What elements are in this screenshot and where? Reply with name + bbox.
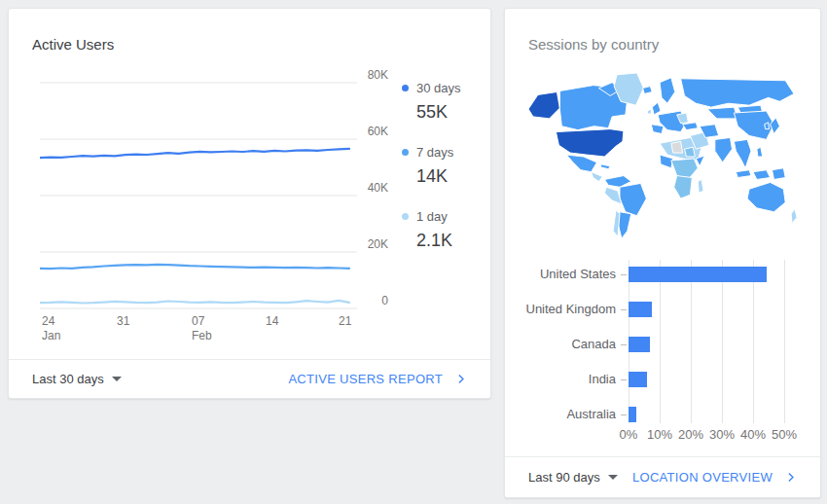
map-country-spain: [651, 125, 664, 134]
legend-series-name: 7 days: [416, 145, 453, 160]
active-users-card: Active Users 80K 60K 40K 20K 0 24Jan 31 …: [8, 8, 491, 399]
legend-series-name: 1 day: [416, 209, 448, 224]
legend-series-value: 14K: [416, 166, 461, 187]
bar-label-united-kingdom: United Kingdom: [507, 302, 616, 317]
map-country-indonesia: [736, 170, 751, 178]
bar-canada[interactable]: [629, 337, 650, 352]
location-overview-link[interactable]: LOCATION OVERVIEW: [632, 470, 797, 485]
sessions-card-footer: Last 90 days LOCATION OVERVIEW: [505, 456, 820, 497]
analytics-dashboard: Active Users 80K 60K 40K 20K 0 24Jan 31 …: [0, 0, 827, 504]
world-choropleth-map[interactable]: [521, 69, 807, 245]
map-country-iceland: [642, 87, 652, 94]
bar-label-canada: Canada: [507, 337, 616, 352]
gridline: [784, 260, 785, 423]
legend-dot-icon: [402, 149, 409, 156]
map-country-sahara: [671, 141, 683, 153]
bar-united-states[interactable]: [629, 267, 767, 282]
gridline: [722, 260, 723, 423]
gridline: [691, 260, 692, 423]
map-country-mexico: [566, 155, 596, 172]
map-country-new-guinea: [773, 168, 786, 180]
tick-dash: [621, 379, 627, 380]
map-country-madagascar: [698, 179, 703, 193]
y-axis-tick-label: 40K: [361, 181, 388, 195]
bar-united-kingdom[interactable]: [629, 302, 652, 317]
map-country-scandinavia: [660, 78, 675, 103]
y-axis-tick-label: 0: [361, 294, 388, 307]
gridline: [660, 260, 661, 423]
tick-dash: [621, 309, 627, 310]
map-country-india: [715, 137, 733, 162]
chevron-right-icon: [784, 471, 797, 484]
sessions-by-country-card: Sessions by country: [504, 8, 821, 498]
report-link-label: ACTIVE USERS REPORT: [288, 372, 443, 386]
bar-label-united-states: United States: [507, 267, 616, 282]
legend-dot-icon: [402, 213, 409, 220]
map-country-new-zealand: [791, 209, 797, 224]
active-users-card-footer: Last 30 days ACTIVE USERS REPORT: [9, 359, 490, 398]
sessions-by-country-title: Sessions by country: [528, 36, 659, 53]
active-users-line-chart[interactable]: [40, 73, 357, 314]
bar-label-australia: Australia: [507, 407, 616, 422]
bar-india[interactable]: [629, 372, 647, 387]
map-country-philippines: [757, 147, 763, 157]
bar-label-india: India: [507, 372, 616, 387]
map-country-cuba: [600, 164, 610, 169]
x-axis-tick-label: 21: [339, 314, 351, 329]
dropdown-caret-icon: [112, 377, 122, 381]
map-country-united-states: [556, 129, 623, 157]
x-axis-tick-label: 0%: [612, 427, 645, 442]
map-country-australia: [747, 182, 785, 211]
map-country-alaska: [528, 91, 559, 118]
legend-series-value: 55K: [416, 102, 461, 123]
x-axis-tick-label: 30%: [705, 427, 738, 442]
map-country-united-kingdom: [652, 102, 661, 115]
legend-series-value: 2.1K: [416, 231, 461, 251]
map-country-indonesia-east: [753, 170, 771, 180]
x-axis-tick-label: 20%: [674, 427, 707, 442]
x-axis-tick-label: 10%: [643, 427, 676, 442]
legend-item-30-days[interactable]: 30 days 55K: [402, 81, 461, 123]
map-country-central-america: [592, 172, 603, 182]
tick-dash: [621, 414, 627, 415]
legend-dot-icon: [402, 85, 409, 91]
active-users-report-link[interactable]: ACTIVE USERS REPORT: [288, 372, 467, 386]
date-range-label: Last 90 days: [528, 470, 600, 485]
tick-dash: [621, 274, 627, 275]
gridline: [753, 260, 754, 423]
y-axis-tick-label: 80K: [361, 68, 388, 82]
x-axis-tick-label: 50%: [768, 427, 801, 442]
map-country-ireland: [647, 109, 651, 114]
map-country-southern-africa: [674, 176, 693, 198]
x-axis-tick-label: 40%: [737, 427, 770, 442]
date-range-label: Last 30 days: [32, 372, 104, 386]
dropdown-caret-icon: [608, 475, 618, 480]
map-country-russia: [681, 79, 794, 107]
map-country-chile: [613, 210, 620, 236]
map-country-turkey: [683, 123, 699, 130]
y-axis-tick-label: 20K: [361, 237, 388, 251]
legend-series-name: 30 days: [416, 81, 461, 95]
chevron-right-icon: [454, 373, 467, 385]
active-users-title: Active Users: [32, 36, 114, 53]
map-country-egypt: [685, 147, 696, 157]
map-country-kazakhstan: [707, 107, 737, 119]
legend-item-7-days[interactable]: 7 days 14K: [402, 145, 461, 187]
sessions-bar-chart: United States United Kingdom Canada Indi…: [505, 258, 822, 443]
x-axis-tick-label: 07Feb: [192, 314, 212, 343]
legend-item-1-day[interactable]: 1 day 2.1K: [402, 209, 461, 251]
y-axis-tick-label: 60K: [361, 125, 388, 138]
date-range-selector[interactable]: Last 30 days: [32, 372, 122, 386]
date-range-selector[interactable]: Last 90 days: [528, 470, 618, 485]
map-country-southeast-asia: [734, 139, 751, 167]
bar-australia[interactable]: [629, 407, 636, 422]
map-country-brazil: [620, 183, 646, 215]
x-axis-tick-label: 14: [266, 314, 278, 329]
x-axis-tick-label: 31: [117, 314, 129, 329]
x-axis-tick-label: 24Jan: [42, 314, 60, 343]
map-country-peru: [604, 187, 622, 204]
report-link-label: LOCATION OVERVIEW: [632, 470, 773, 485]
line-chart-legend: 30 days 55K 7 days 14K 1 day 2.1K: [402, 81, 461, 251]
tick-dash: [621, 344, 627, 345]
